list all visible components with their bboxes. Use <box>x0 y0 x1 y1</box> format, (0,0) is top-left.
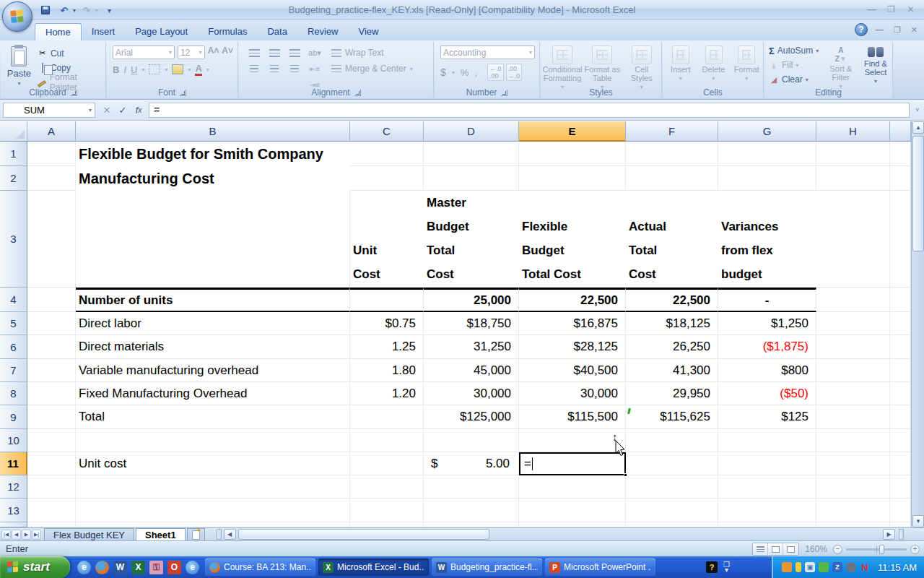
sheet-tab-sheet1[interactable]: Sheet1 <box>136 528 186 540</box>
workbook-restore-button[interactable]: ❐ <box>892 25 903 35</box>
format-painter-button[interactable]: Format Painter <box>38 76 103 88</box>
cell-D9[interactable]: $125,000 <box>424 405 519 429</box>
save-button[interactable] <box>38 3 53 17</box>
cell-C12[interactable] <box>350 475 424 499</box>
autosum-button[interactable]: ΣAutoSum▾ <box>769 45 821 56</box>
task-button-excel[interactable]: XMicrosoft Excel - Bud... <box>318 558 429 576</box>
number-dialog-launcher[interactable] <box>501 90 507 96</box>
cell-A2[interactable] <box>27 166 76 191</box>
cell-B6[interactable]: Direct materials <box>76 335 350 359</box>
cell-H3[interactable] <box>816 191 890 288</box>
cell-H6[interactable] <box>816 335 890 359</box>
column-header-stub[interactable] <box>890 121 911 142</box>
row-header-2[interactable]: 2 <box>0 166 27 191</box>
row-header-9[interactable]: 9 <box>0 405 27 429</box>
cell-F8[interactable]: 29,950 <box>626 382 718 405</box>
cell-H10[interactable] <box>816 429 890 452</box>
tab-size-handle[interactable] <box>899 529 904 540</box>
align-right-button[interactable] <box>285 61 304 76</box>
cell-E5[interactable]: $16,875 <box>519 312 626 335</box>
tab-page-layout[interactable]: Page Layout <box>125 23 198 40</box>
cell-F4[interactable]: 22,500 <box>626 288 718 312</box>
workbook-close-button[interactable]: ✕ <box>909 25 920 35</box>
cell-H8[interactable] <box>816 382 890 405</box>
cell-x9[interactable] <box>890 405 911 429</box>
format-cells-button[interactable]: Format▾ <box>731 44 762 83</box>
column-header-C[interactable]: C <box>350 121 424 142</box>
close-button[interactable]: ✕ <box>903 4 918 15</box>
increase-decimal-button[interactable]: ←.0.00 <box>487 64 504 81</box>
scheduler-tray-icon[interactable] <box>846 562 856 572</box>
page-break-view-button[interactable] <box>783 543 798 555</box>
outlook-icon[interactable]: O <box>167 561 181 574</box>
cell-C9[interactable] <box>350 405 424 429</box>
scroll-down-icon[interactable]: ▼ <box>912 515 924 527</box>
minimize-button[interactable]: — <box>864 4 879 15</box>
cell-A12[interactable] <box>27 475 76 499</box>
row-header-3[interactable]: 3 <box>0 191 27 288</box>
font-family-select[interactable]: Arial▾ <box>113 46 175 59</box>
cell-B1[interactable]: Flexible Budget for Smith Company <box>76 142 335 166</box>
cell-E7[interactable]: $40,500 <box>519 359 626 382</box>
borders-button[interactable] <box>149 64 160 74</box>
cell-B9[interactable]: Total <box>76 405 350 429</box>
cell-F1[interactable] <box>626 142 718 166</box>
cell-C6[interactable]: 1.25 <box>350 335 424 359</box>
cell-D2[interactable] <box>424 166 519 191</box>
row-header-13[interactable]: 13 <box>0 499 27 522</box>
network-tray-icon[interactable]: ▣ <box>805 562 815 572</box>
cell-B13[interactable] <box>76 499 350 522</box>
insert-worksheet-button[interactable] <box>187 528 205 540</box>
cell-H11[interactable] <box>816 452 890 475</box>
cell-C2[interactable] <box>350 166 424 191</box>
cell-G13[interactable] <box>718 499 816 522</box>
cell-C11[interactable] <box>350 452 424 475</box>
tab-formulas[interactable]: Formulas <box>198 23 257 40</box>
start-button[interactable]: start <box>0 556 70 578</box>
paste-button[interactable]: Paste ▾ <box>5 45 33 88</box>
cell-G9[interactable]: $125 <box>718 405 816 429</box>
cell-H9[interactable] <box>816 405 890 429</box>
cell-G10[interactable] <box>718 429 816 452</box>
name-box[interactable]: SUM▾ <box>3 103 95 118</box>
cell-A4[interactable] <box>27 288 76 312</box>
tab-data[interactable]: Data <box>257 23 297 40</box>
percent-style-button[interactable]: % <box>461 67 469 78</box>
cell-A6[interactable] <box>27 335 76 359</box>
cell-G8[interactable]: ($50) <box>718 382 816 405</box>
tab-view[interactable]: View <box>349 23 389 40</box>
cell-x3[interactable] <box>890 191 911 288</box>
tab-insert[interactable]: Insert <box>82 23 126 40</box>
cell-E13[interactable] <box>519 499 626 522</box>
cell-A7[interactable] <box>27 359 76 382</box>
cell-H[interactable] <box>816 522 890 527</box>
alignment-dialog-launcher[interactable] <box>354 90 361 96</box>
cell-D1[interactable] <box>424 142 519 166</box>
cell-x6[interactable] <box>890 335 911 359</box>
cell-x7[interactable] <box>890 359 911 382</box>
fill-button[interactable]: ⤓Fill▾ <box>769 59 821 71</box>
cell-C13[interactable] <box>350 499 424 522</box>
cell-E1[interactable] <box>519 142 626 166</box>
decrease-indent-button[interactable]: ⇤≡ <box>305 61 324 76</box>
cancel-button[interactable]: ✕ <box>100 103 114 117</box>
sheet-tab-flex-budget-key[interactable]: Flex Budget KEY <box>44 528 134 540</box>
cell-G11[interactable] <box>718 452 816 475</box>
italic-button[interactable]: I <box>123 64 126 75</box>
cell-H13[interactable] <box>816 499 890 522</box>
tab-home[interactable]: Home <box>35 23 82 40</box>
cell-C7[interactable]: 1.80 <box>350 359 424 382</box>
cell-F13[interactable] <box>626 499 718 522</box>
cell-A3[interactable] <box>27 191 76 288</box>
row-header-6[interactable]: 6 <box>0 335 27 359</box>
wrap-text-button[interactable]: Wrap Text <box>331 48 413 58</box>
cell-E8[interactable]: 30,000 <box>519 382 626 405</box>
select-all-corner[interactable] <box>0 121 27 142</box>
vertical-scrollbar[interactable]: ▲ ▼ <box>911 121 924 527</box>
prev-sheet-icon[interactable]: ◀ <box>12 530 21 540</box>
zoom-track[interactable] <box>846 548 907 551</box>
cell-F3[interactable]: Actual Total Cost <box>626 191 718 288</box>
align-top-button[interactable] <box>245 46 263 60</box>
scroll-left-icon[interactable]: ◀ <box>224 529 236 540</box>
cell-x1[interactable] <box>890 142 911 166</box>
